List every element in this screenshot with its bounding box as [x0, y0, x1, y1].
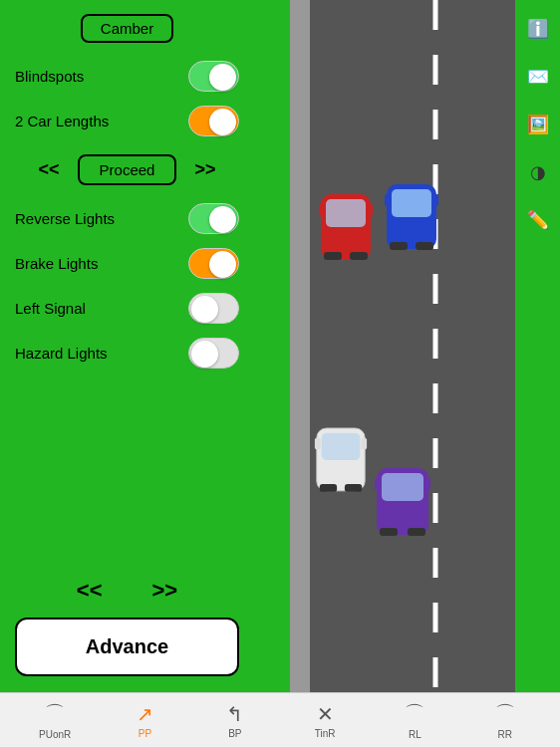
- bp-icon: ↰: [226, 702, 243, 726]
- next-button[interactable]: >>: [194, 159, 215, 180]
- camber-button[interactable]: Camber: [81, 14, 173, 43]
- svg-rect-8: [390, 242, 408, 250]
- tab-puonr[interactable]: ⌒ PUonR: [10, 700, 100, 740]
- blindspots-row: Blindspots: [15, 61, 239, 92]
- tab-tinr[interactable]: ✕ TinR: [280, 702, 370, 739]
- tab-bar: ⌒ PUonR ↗ PP ↰ BP ✕ TinR ⌒ RL ⌒ RR: [0, 692, 560, 747]
- brake-lights-toggle[interactable]: [188, 248, 239, 279]
- hazard-lights-knob: [191, 341, 218, 368]
- advance-button[interactable]: Advance: [15, 618, 239, 676]
- hazard-lights-row: Hazard Lights: [15, 338, 239, 369]
- brake-lights-label: Brake Lights: [15, 255, 98, 272]
- bottom-nav-row: << >>: [15, 578, 239, 604]
- svg-rect-15: [345, 484, 362, 492]
- svg-rect-20: [380, 528, 398, 536]
- reverse-lights-row: Reverse Lights: [15, 203, 239, 234]
- edit-icon[interactable]: ✏️: [523, 205, 553, 235]
- hazard-lights-toggle[interactable]: [188, 338, 239, 369]
- mail-icon[interactable]: ✉️: [523, 62, 553, 92]
- rl-icon: ⌒: [405, 700, 424, 727]
- reverse-lights-label: Reverse Lights: [15, 210, 115, 227]
- svg-rect-16: [315, 438, 321, 450]
- bottom-next-button[interactable]: >>: [152, 578, 178, 604]
- white-car: [312, 418, 370, 496]
- two-car-lengths-row: 2 Car Lengths: [15, 106, 239, 136]
- left-panel: Camber Blindspots 2 Car Lengths << Proce…: [0, 0, 254, 692]
- rl-label: RL: [409, 729, 421, 740]
- two-car-lengths-toggle[interactable]: [188, 106, 239, 136]
- svg-rect-19: [382, 473, 423, 501]
- puonr-label: PUonR: [39, 729, 71, 740]
- svg-rect-7: [392, 189, 431, 217]
- tinr-icon: ✕: [317, 702, 334, 726]
- blindspots-label: Blindspots: [15, 68, 84, 85]
- svg-rect-4: [319, 204, 325, 216]
- main-area: Camber Blindspots 2 Car Lengths << Proce…: [0, 0, 560, 692]
- nav-row: << Proceed >>: [15, 154, 239, 185]
- blindspots-knob: [209, 64, 236, 91]
- pp-icon: ↗: [137, 702, 153, 726]
- svg-rect-1: [326, 199, 366, 227]
- svg-rect-9: [416, 242, 433, 250]
- info-icon[interactable]: ℹ️: [523, 14, 553, 44]
- spacer: [15, 382, 239, 578]
- svg-rect-2: [324, 252, 342, 260]
- bp-label: BP: [228, 728, 241, 739]
- tab-rr[interactable]: ⌒ RR: [460, 700, 550, 740]
- two-car-lengths-label: 2 Car Lengths: [15, 113, 109, 129]
- road-area: [254, 0, 560, 692]
- svg-rect-14: [320, 484, 337, 492]
- rr-icon: ⌒: [495, 700, 515, 727]
- blindspots-toggle[interactable]: [188, 61, 239, 92]
- left-signal-toggle[interactable]: [188, 293, 239, 324]
- tinr-label: TinR: [315, 728, 336, 739]
- svg-rect-13: [322, 433, 361, 460]
- brake-lights-row: Brake Lights: [15, 248, 239, 279]
- svg-rect-17: [361, 438, 367, 450]
- hazard-lights-label: Hazard Lights: [15, 345, 108, 362]
- left-signal-knob: [191, 296, 218, 323]
- two-car-lengths-knob: [209, 109, 236, 135]
- reverse-lights-knob: [209, 206, 236, 233]
- tab-rl[interactable]: ⌒ RL: [370, 700, 459, 740]
- reverse-lights-toggle[interactable]: [188, 203, 239, 234]
- svg-rect-21: [408, 528, 425, 536]
- road-shoulder-left: [290, 0, 312, 692]
- svg-rect-10: [385, 194, 391, 206]
- proceed-button[interactable]: Proceed: [78, 154, 177, 185]
- svg-rect-22: [375, 478, 381, 490]
- svg-rect-23: [424, 478, 430, 490]
- purple-car: [372, 458, 433, 540]
- pp-label: PP: [139, 728, 151, 739]
- svg-rect-3: [350, 252, 368, 260]
- contrast-icon[interactable]: ◑: [523, 157, 553, 187]
- road-center-line: [432, 0, 437, 692]
- left-signal-label: Left Signal: [15, 300, 86, 317]
- rr-label: RR: [498, 729, 512, 740]
- prev-button[interactable]: <<: [39, 159, 60, 180]
- brake-lights-knob: [209, 251, 236, 278]
- svg-rect-11: [432, 194, 438, 206]
- tab-bp[interactable]: ↰ BP: [190, 702, 280, 739]
- bottom-prev-button[interactable]: <<: [77, 578, 103, 604]
- red-car: [316, 184, 376, 264]
- tab-pp[interactable]: ↗ PP: [100, 702, 189, 739]
- image-icon[interactable]: 🖼️: [523, 110, 553, 139]
- blue-car: [382, 174, 441, 254]
- puonr-icon: ⌒: [45, 700, 65, 727]
- left-signal-row: Left Signal: [15, 293, 239, 324]
- svg-rect-5: [367, 204, 373, 216]
- right-toolbar: ℹ️ ✉️ 🖼️ ◑ ✏️: [515, 0, 560, 692]
